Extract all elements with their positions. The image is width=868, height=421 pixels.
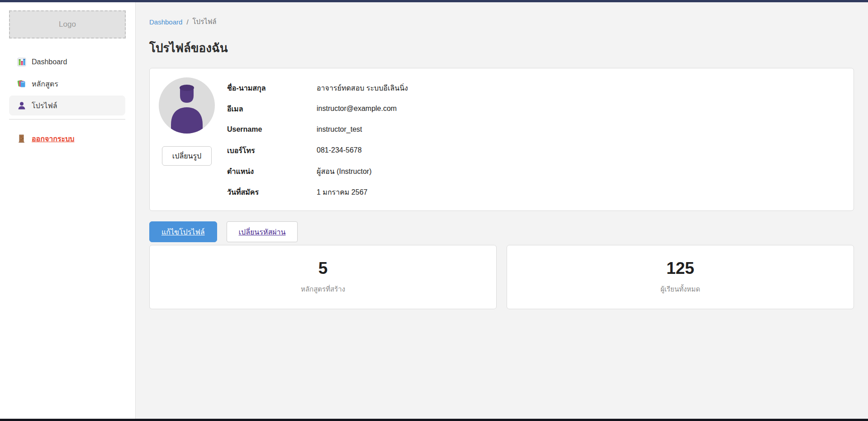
edit-profile-button[interactable]: แก้ไขโปรไฟล์: [149, 221, 217, 242]
stat-label: ผู้เรียนทั้งหมด: [660, 284, 700, 295]
stat-value: 125: [666, 259, 694, 278]
profile-field-row: อีเมล instructor@example.com: [227, 98, 844, 119]
sidebar-item-label: หลักสูตร: [32, 78, 58, 90]
field-value-name: อาจารย์ทดสอบ ระบบอีเลินนิ่ง: [317, 82, 408, 94]
profile-field-row: ชื่อ-นามสกุล อาจารย์ทดสอบ ระบบอีเลินนิ่ง: [227, 77, 844, 98]
sidebar-item-label: Dashboard: [32, 58, 67, 66]
field-value-register-date: 1 มกราคม 2567: [317, 187, 367, 198]
profile-field-row: ตำแหน่ง ผู้สอน (Instructor): [227, 161, 844, 182]
logo-placeholder: Logo: [9, 10, 126, 38]
profile-field-row: วันที่สมัคร 1 มกราคม 2567: [227, 182, 844, 202]
person-icon: [17, 101, 26, 110]
stats-row: 5 หลักสูตรที่สร้าง 125 ผู้เรียนทั้งหมด: [149, 245, 854, 309]
stat-value: 5: [318, 259, 328, 278]
sidebar-item-profile[interactable]: โปรไฟล์: [9, 96, 125, 115]
breadcrumb-separator: /: [186, 18, 188, 26]
field-value-email: instructor@example.com: [317, 105, 397, 113]
change-photo-button[interactable]: เปลี่ยนรูป: [162, 146, 212, 166]
logout-link[interactable]: ออกจากระบบ: [9, 130, 125, 147]
stat-card-courses-created: 5 หลักสูตรที่สร้าง: [149, 245, 497, 309]
avatar: [159, 77, 215, 134]
profile-field-row: Username instructor_test: [227, 119, 844, 140]
door-icon: [17, 134, 26, 143]
avatar-column: เปลี่ยนรูป: [159, 77, 215, 201]
sidebar-item-courses[interactable]: หลักสูตร: [9, 74, 125, 94]
field-label-email: อีเมล: [227, 103, 317, 115]
sidebar-item-dashboard[interactable]: Dashboard: [9, 52, 125, 72]
breadcrumb-dashboard-link[interactable]: Dashboard: [149, 18, 182, 26]
change-password-button[interactable]: เปลี่ยนรหัสผ่าน: [227, 221, 298, 242]
field-value-username: instructor_test: [317, 125, 362, 134]
stat-card-total-students: 125 ผู้เรียนทั้งหมด: [507, 245, 854, 309]
field-value-phone: 081-234-5678: [317, 146, 362, 154]
books-icon: [17, 79, 26, 88]
page-title: โปรไฟล์ของฉัน: [149, 38, 854, 57]
breadcrumb: Dashboard / โปรไฟล์: [149, 16, 854, 27]
sidebar-nav: Dashboard หลักสูตร: [0, 52, 135, 115]
sidebar-item-label: โปรไฟล์: [32, 100, 57, 111]
main-content: Dashboard / โปรไฟล์ โปรไฟล์ของฉัน เปลี่ย…: [136, 2, 868, 419]
field-label-phone: เบอร์โทร: [227, 145, 317, 156]
person-silhouette-icon: [159, 77, 215, 134]
breadcrumb-current: โปรไฟล์: [193, 16, 217, 27]
logo-text: Logo: [59, 20, 76, 29]
field-label-register-date: วันที่สมัคร: [227, 187, 317, 198]
sidebar-divider: [9, 119, 125, 120]
stat-label: หลักสูตรที่สร้าง: [301, 284, 345, 295]
field-label-username: Username: [227, 125, 317, 134]
sidebar: Logo Dashboard: [0, 2, 136, 419]
profile-field-row: เบอร์โทร 081-234-5678: [227, 140, 844, 161]
field-label-name: ชื่อ-นามสกุล: [227, 82, 317, 94]
profile-card: เปลี่ยนรูป ชื่อ-นามสกุล อาจารย์ทดสอบ ระบ…: [149, 68, 854, 211]
field-label-position: ตำแหน่ง: [227, 166, 317, 177]
profile-fields: ชื่อ-นามสกุล อาจารย์ทดสอบ ระบบอีเลินนิ่ง…: [227, 77, 844, 201]
logout-label: ออกจากระบบ: [32, 133, 74, 144]
window-bottom-bar: [0, 419, 868, 421]
field-value-position: ผู้สอน (Instructor): [317, 166, 371, 177]
bar-chart-icon: [17, 57, 26, 67]
profile-actions: แก้ไขโปรไฟล์ เปลี่ยนรหัสผ่าน: [149, 221, 854, 242]
